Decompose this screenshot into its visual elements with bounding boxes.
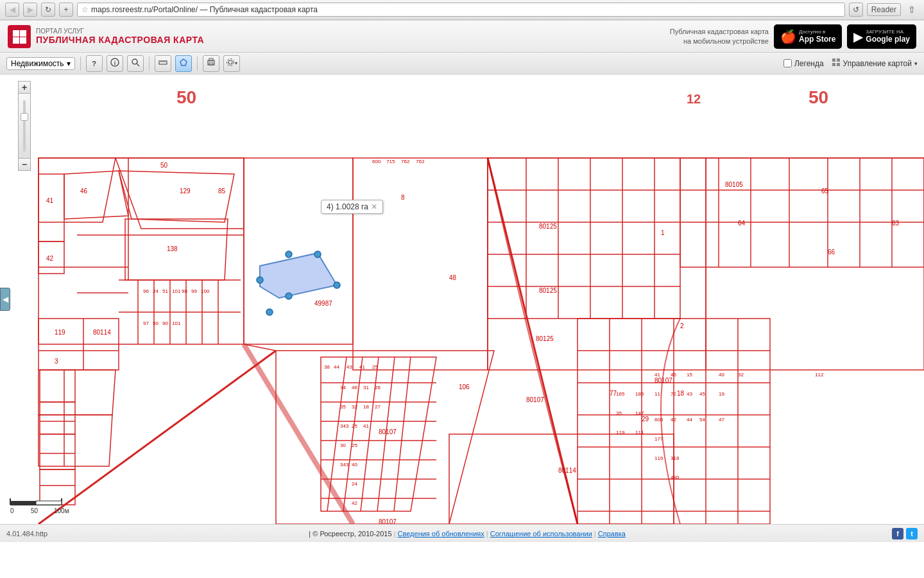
svg-text:65: 65 [821, 188, 829, 195]
share-icon[interactable]: ⇧ [905, 3, 919, 17]
svg-rect-22 [0, 74, 924, 524]
svg-text:80107: 80107 [526, 396, 544, 403]
svg-text:1: 1 [661, 229, 665, 236]
plot-handle-2[interactable] [314, 251, 321, 258]
svg-text:25: 25 [352, 442, 357, 448]
app-header: ПОРТАЛ УСЛУГ ПУБЛИЧНАЯ КАДАСТРОВАЯ КАРТА… [0, 21, 924, 53]
property-select-label: Недвижимость [11, 59, 64, 68]
update-link[interactable]: Сведения об обновлениях [398, 530, 484, 538]
twitter-icon[interactable]: t [906, 528, 918, 539]
svg-text:0: 0 [10, 507, 14, 514]
reader-button[interactable]: Reader [867, 3, 901, 16]
svg-text:2: 2 [680, 322, 684, 329]
plot-handle-6[interactable] [266, 309, 273, 315]
zoom-slider[interactable] [18, 94, 31, 158]
settings-button[interactable]: ▾ [223, 55, 240, 72]
svg-text:41: 41 [363, 423, 369, 429]
svg-rect-214 [10, 501, 36, 505]
plot-handle-4[interactable] [286, 293, 292, 299]
appstore-button[interactable]: 🍎 Доступно в App Store [774, 24, 842, 49]
svg-text:25: 25 [352, 423, 357, 429]
zoom-in-button[interactable]: + [18, 81, 31, 94]
forward-button[interactable]: ▶ [23, 3, 37, 17]
help-link[interactable]: Справка [598, 530, 626, 538]
svg-rect-1 [20, 30, 26, 37]
address-bar[interactable]: ☆ maps.rosreestr.ru/PortalOnline/ — Публ… [77, 3, 845, 17]
search-icon [131, 58, 140, 69]
svg-text:25: 25 [372, 364, 378, 370]
svg-text:43: 43 [687, 391, 692, 397]
svg-text:101: 101 [172, 288, 181, 294]
svg-text:18: 18 [677, 390, 685, 397]
plot-handle-3[interactable] [334, 282, 340, 288]
legend-checkbox[interactable] [783, 59, 792, 67]
svg-text:111: 111 [635, 430, 644, 435]
property-type-select[interactable]: Недвижимость ▾ [6, 57, 75, 70]
googleplay-icon: ▶ [853, 29, 863, 44]
svg-text:112: 112 [815, 372, 824, 378]
svg-text:98: 98 [182, 288, 187, 294]
svg-marker-12 [180, 59, 187, 66]
chevron-manage-icon: ▾ [914, 60, 918, 67]
svg-text:762: 762 [401, 159, 410, 164]
plot-handle-1[interactable] [286, 251, 292, 258]
svg-text:11: 11 [654, 391, 660, 397]
svg-text:116: 116 [654, 455, 663, 461]
search-button[interactable] [127, 55, 144, 72]
info-button[interactable]: i [107, 55, 123, 72]
svg-text:3: 3 [55, 358, 58, 365]
googleplay-text: ЗАГРУЗИТЕ НА Google play [866, 29, 910, 44]
svg-text:80114: 80114 [93, 329, 111, 336]
measure-button[interactable] [155, 55, 171, 72]
svg-text:44: 44 [334, 364, 339, 370]
zoom-slider-thumb[interactable] [21, 113, 28, 121]
legend-toggle[interactable]: Легенда [783, 59, 824, 68]
svg-text:66: 66 [828, 249, 835, 256]
svg-text:80107: 80107 [654, 377, 672, 384]
map-svg: 50 50 12 [0, 74, 924, 524]
refresh-icon[interactable]: ↺ [849, 3, 863, 17]
terms-link[interactable]: Соглашение об использовании [490, 530, 592, 538]
back-button[interactable]: ◀ [5, 3, 19, 17]
new-tab-button[interactable]: + [59, 3, 73, 17]
copyright-text: © Росреестр, 2010-2015 [312, 530, 391, 538]
svg-text:129: 129 [180, 188, 191, 195]
reload-button[interactable]: ↻ [41, 3, 55, 17]
side-arrow-icon[interactable]: ◀ [0, 288, 10, 311]
help-small-button[interactable]: ? [86, 55, 103, 72]
toolbar-separator-1 [80, 57, 81, 71]
googleplay-button[interactable]: ▶ ЗАГРУЗИТЕ НА Google play [847, 24, 916, 49]
svg-text:43: 43 [346, 364, 352, 370]
svg-text:29: 29 [642, 416, 649, 423]
polygon-measure-button[interactable] [175, 55, 192, 72]
svg-text:762: 762 [416, 159, 425, 164]
facebook-icon[interactable]: f [892, 528, 903, 539]
manage-map-button[interactable]: Управление картой ▾ [832, 58, 918, 69]
apple-icon: 🍎 [780, 29, 796, 44]
svg-text:47: 47 [719, 417, 724, 423]
svg-text:606: 606 [654, 417, 663, 423]
side-panel-toggle[interactable]: ◀ [0, 288, 10, 311]
svg-text:40: 40 [352, 462, 357, 468]
svg-text:119: 119 [616, 430, 625, 435]
print-button[interactable] [203, 55, 219, 72]
svg-rect-20 [832, 63, 835, 66]
svg-text:24: 24 [352, 481, 357, 487]
info-icon: i [110, 58, 119, 69]
svg-text:24: 24 [153, 288, 158, 294]
svg-point-17 [227, 59, 234, 66]
svg-text:54: 54 [699, 417, 705, 423]
toolbar-right: Легенда Управление картой ▾ [783, 58, 918, 69]
logo-text: ПОРТАЛ УСЛУГ ПУБЛИЧНАЯ КАДАСТРОВАЯ КАРТА [36, 28, 204, 45]
svg-text:41: 41 [359, 364, 365, 370]
svg-text:343: 343 [340, 423, 349, 429]
legend-label: Легенда [794, 59, 824, 68]
svg-text:80114: 80114 [558, 467, 576, 474]
plot-handle-5[interactable] [257, 277, 263, 283]
map-container[interactable]: 50 50 12 [0, 74, 924, 524]
svg-text:32: 32 [738, 372, 744, 378]
browser-toolbar: ◀ ▶ ↻ + ☆ maps.rosreestr.ru/PortalOnline… [0, 0, 924, 20]
zoom-out-button[interactable]: − [18, 158, 31, 171]
measurement-close-button[interactable]: ✕ [371, 202, 377, 211]
svg-text:51: 51 [162, 288, 168, 294]
